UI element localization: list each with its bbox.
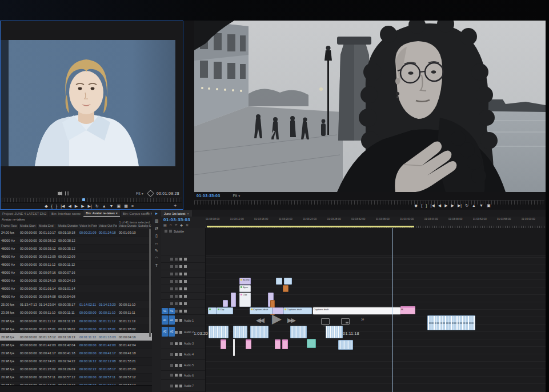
table-row[interactable]: 23.98 fps00:00:00:0000:02:34:2100:02:34:… <box>0 358 152 366</box>
mute-icon[interactable] <box>175 353 178 356</box>
column-header[interactable]: Video Duration <box>118 224 137 229</box>
mute-icon[interactable] <box>175 319 178 322</box>
timeline-clip[interactable] <box>223 300 228 307</box>
timeline-clip[interactable] <box>284 278 292 285</box>
record-icon[interactable] <box>184 302 187 305</box>
record-icon[interactable] <box>184 310 187 313</box>
table-row[interactable]: 24.00 fps00:00:00:0000:01:10:1700:01:10:… <box>0 229 152 237</box>
drag-audio-icon[interactable] <box>65 191 70 195</box>
lock-icon[interactable] <box>170 287 173 290</box>
nest-sequence-icon[interactable]: ▤ <box>163 223 167 227</box>
solo-icon[interactable] <box>179 331 182 334</box>
solo-icon[interactable] <box>179 342 182 345</box>
timeline-clip[interactable]: Scene <box>239 278 251 285</box>
video-track-header[interactable] <box>161 285 205 293</box>
table-row[interactable]: 48000 Hz00:00:00:0000:01:01:1400:01:01:1… <box>0 285 152 293</box>
video-track-header[interactable] <box>161 255 205 263</box>
solo-icon[interactable] <box>179 280 182 283</box>
track-select-tool[interactable]: ▥ <box>155 219 159 223</box>
record-icon[interactable] <box>184 287 187 290</box>
video-track-header[interactable] <box>161 270 205 278</box>
mark-in-button[interactable]: { <box>51 202 53 210</box>
video-track-header[interactable] <box>161 293 205 300</box>
audio-track-header[interactable]: Audio 7 <box>161 380 205 392</box>
mark-out-button[interactable]: } <box>56 202 57 210</box>
video-track-header[interactable] <box>161 278 205 285</box>
button-editor-plus[interactable]: + <box>174 203 177 209</box>
linked-selection-icon[interactable]: ∞ <box>175 223 177 227</box>
ripple-edit-tool[interactable]: ⇄ <box>155 226 158 231</box>
mute-icon[interactable] <box>175 287 178 290</box>
hand-tool[interactable]: ◠ <box>155 256 158 261</box>
loop-button[interactable]: ↻ <box>95 202 99 210</box>
table-row[interactable]: 48000 Hz00:00:00:0000:00:35:1200:00:35:1… <box>0 245 152 253</box>
timeline-settings-icon[interactable]: ≋ <box>186 223 189 227</box>
solo-icon[interactable] <box>179 385 182 387</box>
solo-icon[interactable] <box>179 310 182 313</box>
mute-icon[interactable] <box>175 331 178 334</box>
add-marker-button[interactable]: ◆ <box>414 202 417 210</box>
timeline-clip[interactable] <box>233 326 247 338</box>
track-content[interactable]: SceneSyncClipClipCaptions draftCaptions … <box>206 228 546 392</box>
subtitle-track-header[interactable]: Subtitle <box>161 228 205 255</box>
table-scrollbar[interactable] <box>149 229 151 337</box>
lock-icon[interactable] <box>170 353 173 356</box>
close-icon[interactable]: × <box>187 212 189 215</box>
panel-menu-icon[interactable]: ≡ <box>146 211 149 215</box>
record-icon[interactable] <box>184 280 187 283</box>
solo-icon[interactable] <box>179 295 182 298</box>
export-frame-button[interactable]: ▣ <box>117 202 121 210</box>
solo-icon[interactable] <box>179 353 182 356</box>
column-header[interactable]: Subclip St <box>137 224 152 229</box>
timeline-clip[interactable] <box>326 326 343 338</box>
lock-icon[interactable] <box>170 302 173 305</box>
timeline-clip[interactable] <box>246 339 251 349</box>
go-to-in-button[interactable]: |◀ <box>431 202 435 210</box>
column-header[interactable]: Frame Rate ▲ <box>0 224 19 229</box>
track-visibility-icon[interactable] <box>169 230 172 233</box>
project-tab[interactable]: Project: JUNE 4 LATEST EN2 <box>0 211 49 217</box>
table-row[interactable]: 23.98 fps00:00:00:0000:01:18:1200:01:18:… <box>0 333 152 341</box>
lock-icon[interactable] <box>170 258 173 261</box>
table-row[interactable]: 23.98 fps00:00:00:0000:01:38:0100:01:38:… <box>0 325 152 333</box>
lock-icon[interactable] <box>170 342 173 345</box>
mute-icon[interactable] <box>175 273 178 275</box>
lift-button[interactable]: ▲ <box>102 202 106 210</box>
table-row[interactable]: 23.98 fps00:00:00:0000:00:11:1000:00:11:… <box>0 309 152 317</box>
settings-wrench-icon[interactable] <box>147 190 154 197</box>
mute-icon[interactable] <box>175 280 178 283</box>
export-frame-button[interactable]: ▣ <box>487 202 491 210</box>
lock-icon[interactable] <box>165 230 167 233</box>
add-marker-button[interactable]: ◆ <box>45 202 47 210</box>
lock-icon[interactable] <box>170 364 173 367</box>
mute-icon[interactable] <box>175 364 178 367</box>
table-row[interactable]: 48000 Hz00:00:00:0000:00:11:1200:00:11:1… <box>0 261 152 269</box>
timeline-clip[interactable] <box>282 339 288 349</box>
timeline-clip[interactable] <box>231 293 236 307</box>
timeline-clip[interactable]: M <box>400 306 415 314</box>
track-target-audio[interactable]: A2 <box>169 327 175 337</box>
lock-icon[interactable] <box>170 273 173 275</box>
source-patch-video[interactable]: V1 <box>162 308 168 314</box>
solo-icon[interactable] <box>179 265 182 268</box>
slip-tool[interactable]: ↔ <box>155 241 159 246</box>
table-row[interactable]: 48000 Hz00:00:00:0000:00:38:1200:00:38:1… <box>0 237 152 245</box>
record-icon[interactable] <box>184 265 187 268</box>
program-zoom-select[interactable]: Fit▾ <box>233 194 240 198</box>
table-row[interactable]: 23.98 fps00:00:00:0000:00:41:1700:00:41:… <box>0 349 152 357</box>
mark-out-button[interactable]: } <box>426 202 427 210</box>
table-row[interactable]: 48000 Hz00:00:00:0000:00:24:1900:00:24:1… <box>0 277 152 285</box>
solo-icon[interactable] <box>179 374 182 377</box>
timeline-clip[interactable] <box>283 285 288 292</box>
go-to-out-button[interactable]: ▶| <box>88 202 92 210</box>
table-row[interactable]: 48000 Hz00:00:00:0000:00:07:1600:00:07:1… <box>0 269 152 277</box>
mute-icon[interactable] <box>175 374 178 377</box>
video-track-header[interactable]: V1V1 <box>161 307 205 315</box>
pen-tool[interactable]: ✎ <box>155 249 158 253</box>
timeline-clip[interactable]: Captions draft <box>283 307 312 314</box>
audio-track-header[interactable]: A1A1Audio 1 <box>161 315 205 326</box>
audio-track-header[interactable]: Audio 3 <box>161 338 205 349</box>
playhead-line[interactable] <box>392 228 393 392</box>
column-header[interactable]: Video Out Point <box>98 224 118 229</box>
record-icon[interactable] <box>184 295 187 298</box>
